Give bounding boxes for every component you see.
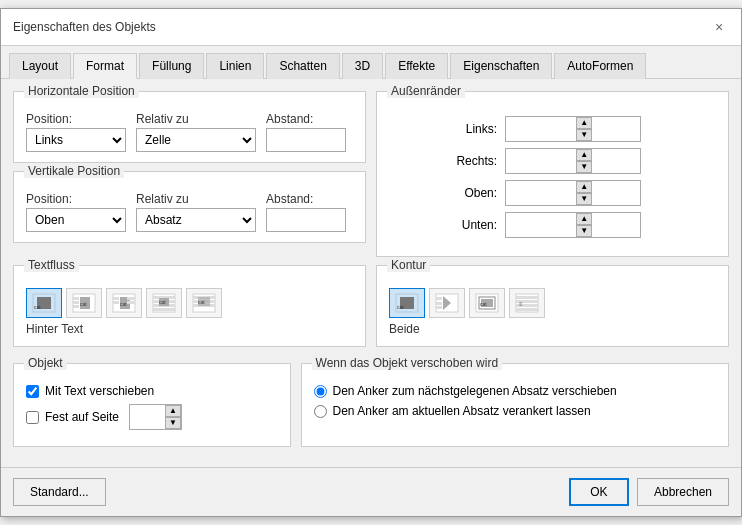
svg-text:cat: cat <box>159 299 166 305</box>
title-bar: Eigenschaften des Objekts × <box>1 9 741 46</box>
kontur-icon-1[interactable] <box>429 288 465 318</box>
svg-rect-14 <box>127 301 135 304</box>
tab-linien[interactable]: Linien <box>206 53 264 79</box>
kontur-title: Kontur <box>387 258 430 272</box>
fest-up-btn[interactable]: ▲ <box>165 405 181 417</box>
horizontale-position-panel: Horizontale Position Position: Links Mit… <box>13 91 366 163</box>
tab-schatten[interactable]: Schatten <box>266 53 339 79</box>
svg-text:cat: cat <box>80 301 87 307</box>
horiz-relativ-select[interactable]: Zelle Seite Absatz <box>136 128 256 152</box>
tab-effekte[interactable]: Effekte <box>385 53 448 79</box>
standard-button[interactable]: Standard... <box>13 478 106 506</box>
svg-rect-12 <box>127 297 135 300</box>
textfluss-icon-3[interactable]: cat <box>146 288 182 318</box>
horiz-abstand-label: Abstand: <box>266 112 346 126</box>
svg-rect-5 <box>73 297 79 300</box>
fest-down-btn[interactable]: ▼ <box>165 417 181 429</box>
dialog-title: Eigenschaften des Objekts <box>13 20 156 34</box>
rechts-up-btn[interactable]: ▲ <box>576 149 592 161</box>
unten-down-btn[interactable]: ▼ <box>576 225 592 237</box>
verschoben-radio-2[interactable] <box>314 405 327 418</box>
svg-rect-13 <box>113 301 119 304</box>
rechts-down-btn[interactable]: ▼ <box>576 161 592 173</box>
kontur-icon-3[interactable]: ≡ <box>509 288 545 318</box>
links-down-btn[interactable]: ▼ <box>576 129 592 141</box>
textfluss-panel: Textfluss cat cat cat <box>13 265 366 347</box>
horizontale-title: Horizontale Position <box>24 84 139 98</box>
textfluss-icon-4[interactable]: cat <box>186 288 222 318</box>
svg-text:cat: cat <box>198 299 205 305</box>
kontur-icons: cat cat ≡ <box>389 288 716 318</box>
bottom-bar: Standard... OK Abbrechen <box>1 467 741 516</box>
textfluss-icon-2[interactable]: cat <box>106 288 142 318</box>
tab-layout[interactable]: Layout <box>9 53 71 79</box>
mit-text-row: Mit Text verschieben <box>26 384 278 398</box>
verschoben-title: Wenn das Objekt verschoben wird <box>312 356 503 370</box>
oben-up-btn[interactable]: ▲ <box>576 181 592 193</box>
dialog: Eigenschaften des Objekts × Layout Forma… <box>0 8 742 517</box>
close-icon[interactable]: × <box>709 17 729 37</box>
svg-rect-11 <box>113 297 119 300</box>
objekt-title: Objekt <box>24 356 67 370</box>
textfluss-icons: cat cat cat cat cat <box>26 288 353 318</box>
tab-3d[interactable]: 3D <box>342 53 383 79</box>
horiz-abstand-input[interactable]: 6,19 cm <box>266 128 346 152</box>
unten-up-btn[interactable]: ▲ <box>576 213 592 225</box>
vert-relativ-select[interactable]: Absatz Seite Zeile <box>136 208 256 232</box>
verschoben-radio-1[interactable] <box>314 385 327 398</box>
mit-text-label: Mit Text verschieben <box>45 384 154 398</box>
links-up-btn[interactable]: ▲ <box>576 117 592 129</box>
textfluss-icon-1[interactable]: cat <box>66 288 102 318</box>
svg-rect-34 <box>436 297 442 300</box>
fest-label: Fest auf Seite <box>45 410 119 424</box>
svg-rect-42 <box>516 296 538 299</box>
svg-rect-20 <box>153 308 175 311</box>
rechts-spinner: 0,25 cm ▲ ▼ <box>505 148 640 174</box>
textfluss-icon-0[interactable]: cat <box>26 288 62 318</box>
tab-eigenschaften[interactable]: Eigenschaften <box>450 53 552 79</box>
oben-value[interactable]: 0,25 cm <box>506 181 576 205</box>
kontur-icon-2[interactable]: cat <box>469 288 505 318</box>
links-spinner: 0,25 cm ▲ ▼ <box>505 116 640 142</box>
svg-text:cat: cat <box>120 301 127 307</box>
links-value[interactable]: 0,25 cm <box>506 117 576 141</box>
svg-rect-35 <box>436 302 442 305</box>
verschoben-option1-row: Den Anker zum nächstgelegenen Absatz ver… <box>314 384 716 398</box>
vert-relativ-label: Relativ zu <box>136 192 256 206</box>
oben-label: Oben: <box>409 186 497 200</box>
svg-text:cat: cat <box>397 304 404 310</box>
kontur-icon-0[interactable]: cat <box>389 288 425 318</box>
abbrechen-button[interactable]: Abbrechen <box>637 478 729 506</box>
oben-down-btn[interactable]: ▼ <box>576 193 592 205</box>
main-content: Horizontale Position Position: Links Mit… <box>1 79 741 467</box>
verschoben-option1-label: Den Anker zum nächstgelegenen Absatz ver… <box>333 384 617 398</box>
ok-button[interactable]: OK <box>569 478 629 506</box>
tab-format[interactable]: Format <box>73 53 137 79</box>
verschoben-option2-row: Den Anker am aktuellen Absatz verankert … <box>314 404 716 418</box>
vertikale-position-panel: Vertikale Position Position: Oben Mitte … <box>13 171 366 243</box>
unten-value[interactable]: 0,25 cm <box>506 213 576 237</box>
tab-autoformen[interactable]: AutoFormen <box>554 53 646 79</box>
rechts-value[interactable]: 0,25 cm <box>506 149 576 173</box>
svg-rect-36 <box>436 306 442 309</box>
vert-abstand-label: Abstand: <box>266 192 346 206</box>
fest-value[interactable]: 2 <box>130 405 165 427</box>
fest-checkbox[interactable] <box>26 411 39 424</box>
vert-position-label: Position: <box>26 192 126 206</box>
mit-text-checkbox[interactable] <box>26 385 39 398</box>
links-label: Links: <box>409 122 497 136</box>
unten-spinner: 0,25 cm ▲ ▼ <box>505 212 640 238</box>
tab-fuellung[interactable]: Füllung <box>139 53 204 79</box>
tab-bar: Layout Format Füllung Linien Schatten 3D… <box>1 46 741 79</box>
vert-abstand-input[interactable]: -0,05 cm <box>266 208 346 232</box>
horiz-relativ-label: Relativ zu <box>136 112 256 126</box>
aussenraender-panel: Außenränder Links: 0,25 cm ▲ ▼ Rechts: <box>376 91 729 257</box>
verschoben-panel: Wenn das Objekt verschoben wird Den Anke… <box>301 363 729 447</box>
verschoben-option2-label: Den Anker am aktuellen Absatz verankert … <box>333 404 591 418</box>
horiz-position-label: Position: <box>26 112 126 126</box>
unten-label: Unten: <box>409 218 497 232</box>
svg-text:≡: ≡ <box>519 301 523 307</box>
horiz-position-select[interactable]: Links Mitte Rechts <box>26 128 126 152</box>
kontur-sublabel: Beide <box>389 322 716 336</box>
vert-position-select[interactable]: Oben Mitte Unten <box>26 208 126 232</box>
